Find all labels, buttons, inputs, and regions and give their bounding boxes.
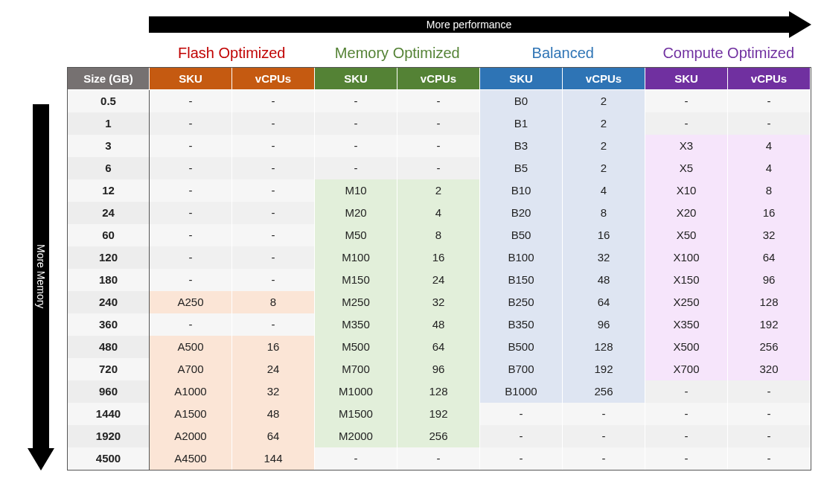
cell-comp-sku: X500 — [645, 336, 728, 358]
cell-bal-sku: B1000 — [480, 380, 563, 403]
cell-size: 6 — [68, 157, 150, 179]
cell-mem-sku: M150 — [315, 269, 397, 291]
cell-comp-vcpu: - — [728, 90, 811, 112]
table-body: 0.5----B02--1----B12--3----B32X346----B5… — [68, 90, 811, 470]
cell-comp-sku: - — [645, 380, 728, 403]
cell-bal-sku: B250 — [480, 291, 563, 313]
cell-flash-vcpu: 24 — [232, 358, 315, 380]
cell-comp-vcpu: 8 — [728, 179, 811, 202]
cell-flash-sku: A1500 — [150, 403, 232, 425]
cell-comp-vcpu: 256 — [728, 336, 811, 358]
header-mem-vcpu: vCPUs — [397, 68, 480, 89]
cell-comp-sku: X50 — [645, 224, 728, 246]
cell-comp-vcpu: 320 — [728, 358, 811, 380]
cell-bal-sku: - — [480, 425, 563, 447]
table-row: 1----B12-- — [68, 112, 811, 135]
tier-label-flash: Flash Optimized — [149, 45, 315, 67]
cell-size: 180 — [68, 269, 150, 291]
cell-mem-sku: M10 — [315, 179, 397, 202]
cell-comp-sku: - — [645, 425, 728, 447]
cell-comp-sku: - — [645, 403, 728, 425]
cell-flash-vcpu: 144 — [232, 447, 315, 470]
cell-mem-sku: M2000 — [315, 425, 397, 447]
table-row: 1920A200064M2000256---- — [68, 425, 811, 447]
cell-mem-sku: - — [315, 112, 397, 135]
cell-bal-sku: B0 — [480, 90, 563, 112]
cell-bal-vcpu: 2 — [563, 157, 645, 179]
cell-bal-sku: B500 — [480, 336, 563, 358]
cell-size: 240 — [68, 291, 150, 313]
cell-mem-sku: - — [315, 157, 397, 179]
header-comp-vcpu: vCPUs — [728, 68, 811, 89]
cell-mem-vcpu: 16 — [397, 246, 480, 269]
cell-comp-sku: - — [645, 447, 728, 470]
cell-mem-vcpu: 2 — [397, 179, 480, 202]
cell-flash-vcpu: 32 — [232, 380, 315, 403]
header-size: Size (GB) — [68, 68, 150, 89]
cell-bal-vcpu: 64 — [563, 291, 645, 313]
cell-mem-sku: M20 — [315, 202, 397, 224]
cell-bal-sku: - — [480, 447, 563, 470]
cell-flash-sku: - — [150, 313, 232, 336]
cell-mem-vcpu: 48 — [397, 313, 480, 336]
cell-size: 1920 — [68, 425, 150, 447]
cell-bal-sku: B700 — [480, 358, 563, 380]
cell-flash-vcpu: - — [232, 313, 315, 336]
cell-mem-sku: M100 — [315, 246, 397, 269]
table-row: 6----B52X54 — [68, 157, 811, 179]
cell-flash-vcpu: - — [232, 202, 315, 224]
cell-mem-vcpu: 24 — [397, 269, 480, 291]
axis-top-more-performance: More performance — [149, 15, 811, 34]
cell-comp-sku: X250 — [645, 291, 728, 313]
table-row: 360--M35048B35096X350192 — [68, 313, 811, 336]
cell-mem-sku: M250 — [315, 291, 397, 313]
cell-bal-sku: B150 — [480, 269, 563, 291]
cell-flash-vcpu: 16 — [232, 336, 315, 358]
cell-bal-vcpu: - — [563, 425, 645, 447]
header-flash-sku: SKU — [150, 68, 232, 89]
cell-bal-vcpu: 192 — [563, 358, 645, 380]
table-header-row: Size (GB) SKUvCPUsSKUvCPUsSKUvCPUsSKUvCP… — [68, 68, 811, 90]
cell-bal-vcpu: - — [563, 403, 645, 425]
cell-comp-vcpu: - — [728, 425, 811, 447]
cell-mem-vcpu: - — [397, 447, 480, 470]
cell-flash-vcpu: 64 — [232, 425, 315, 447]
cell-size: 720 — [68, 358, 150, 380]
tier-label-mem: Memory Optimized — [315, 45, 481, 67]
cell-flash-vcpu: - — [232, 90, 315, 112]
cell-flash-sku: - — [150, 90, 232, 112]
table-row: 60--M508B5016X5032 — [68, 224, 811, 246]
cell-bal-vcpu: 256 — [563, 380, 645, 403]
cell-comp-sku: X150 — [645, 269, 728, 291]
cell-comp-vcpu: 64 — [728, 246, 811, 269]
cell-bal-vcpu: 48 — [563, 269, 645, 291]
cell-bal-sku: B10 — [480, 179, 563, 202]
cell-flash-sku: - — [150, 202, 232, 224]
cell-flash-sku: A500 — [150, 336, 232, 358]
cell-bal-sku: B20 — [480, 202, 563, 224]
tier-label-bal: Balanced — [480, 45, 646, 67]
cell-flash-vcpu: - — [232, 112, 315, 135]
cell-mem-vcpu: - — [397, 112, 480, 135]
cell-size: 480 — [68, 336, 150, 358]
cell-bal-sku: - — [480, 403, 563, 425]
cell-flash-vcpu: 48 — [232, 403, 315, 425]
cell-comp-vcpu: 96 — [728, 269, 811, 291]
cell-mem-sku: - — [315, 135, 397, 157]
cell-flash-sku: - — [150, 269, 232, 291]
cell-mem-sku: M50 — [315, 224, 397, 246]
cell-flash-vcpu: - — [232, 246, 315, 269]
cell-comp-sku: X20 — [645, 202, 728, 224]
table-row: 24--M204B208X2016 — [68, 202, 811, 224]
cell-size: 960 — [68, 380, 150, 403]
cell-size: 120 — [68, 246, 150, 269]
cell-flash-vcpu: - — [232, 179, 315, 202]
tier-label-comp: Compute Optimized — [646, 45, 812, 67]
cell-bal-sku: B3 — [480, 135, 563, 157]
table-row: 720A70024M70096B700192X700320 — [68, 358, 811, 380]
sku-table: Size (GB) SKUvCPUsSKUvCPUsSKUvCPUsSKUvCP… — [67, 67, 811, 470]
table-row: 3----B32X34 — [68, 135, 811, 157]
arrow-down-head — [28, 448, 54, 470]
cell-flash-sku: A700 — [150, 358, 232, 380]
cell-size: 1 — [68, 112, 150, 135]
